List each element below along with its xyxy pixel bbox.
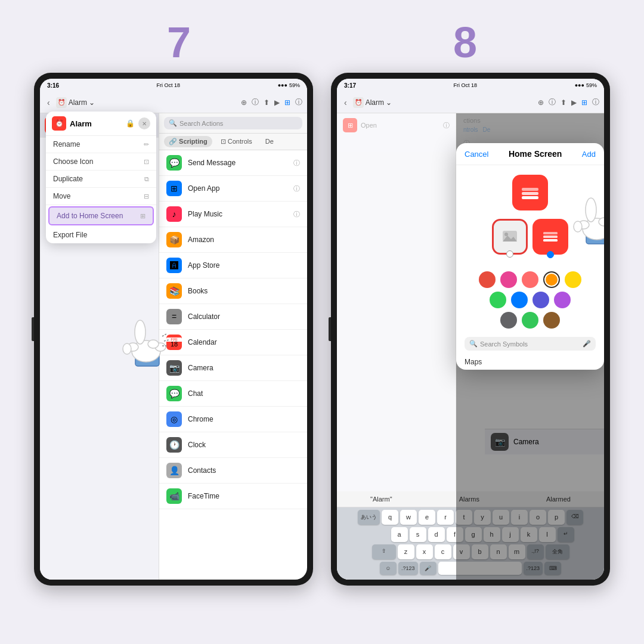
tab-de[interactable]: De: [261, 136, 278, 147]
action-play-music[interactable]: ♪ Play Music ⓘ: [159, 202, 307, 227]
icon-options-row: [492, 219, 568, 255]
modal-add-btn[interactable]: Add: [582, 150, 596, 159]
open-app-icon: ⊞: [166, 181, 182, 196]
cm-add-home[interactable]: Add to Home Screen ⊞: [48, 206, 154, 225]
color-purple[interactable]: [554, 292, 571, 308]
kb-r[interactable]: r: [437, 510, 454, 525]
kb-x[interactable]: x: [416, 544, 433, 559]
color-mint[interactable]: [522, 312, 538, 329]
cm-move[interactable]: Move ⊟: [46, 188, 156, 205]
date-8: Fri Oct 18: [454, 82, 478, 88]
nav-icon-4-8[interactable]: ▶: [571, 98, 577, 107]
play-music-label: Play Music: [188, 210, 222, 218]
kb-q[interactable]: q: [382, 510, 398, 525]
camera-icon-7: 📷: [166, 360, 182, 376]
modal-cancel-btn[interactable]: Cancel: [465, 150, 488, 159]
play-music-icon: ♪: [166, 206, 182, 222]
actions-search-area: 🔍 Search Actions: [159, 113, 307, 134]
modal-app-icon: [512, 175, 548, 210]
color-gray[interactable]: [500, 312, 517, 329]
modal-overlay-8: Cancel Home Screen Add: [456, 113, 604, 580]
search-box-7[interactable]: 🔍 Search Actions: [164, 117, 302, 129]
cm-close-btn[interactable]: ✕: [138, 117, 150, 129]
action-chrome[interactable]: ◎ Chrome: [159, 407, 307, 432]
kb-emoji-key[interactable]: ☺: [380, 562, 397, 575]
color-pink[interactable]: [500, 271, 517, 288]
nav-icon-6-7[interactable]: ⓘ: [295, 97, 302, 107]
color-yellow[interactable]: [565, 271, 581, 288]
action-clock[interactable]: 🕐 Clock: [159, 432, 307, 458]
nav-icon-3-8[interactable]: ⬆: [561, 98, 566, 107]
action-tabs-7: 🔗 Scripting ⊡ Controls De: [159, 134, 307, 150]
tab-scripting[interactable]: 🔗 Scripting: [164, 136, 212, 147]
action-app-store[interactable]: 🅰 App Store: [159, 253, 307, 278]
symbol-search-icon: 🔍: [469, 340, 478, 348]
kb-lang-key[interactable]: あいう: [358, 510, 380, 525]
books-icon: 📚: [166, 283, 182, 299]
nav-icon-1-7[interactable]: ⊕: [241, 98, 247, 107]
cm-export[interactable]: Export File: [46, 227, 156, 243]
kb-c[interactable]: c: [435, 544, 451, 559]
cm-duplicate[interactable]: Duplicate ⧉: [46, 171, 156, 188]
action-calculator[interactable]: = Calculator: [159, 304, 307, 330]
color-blue[interactable]: [511, 292, 528, 308]
calc-label: Calculator: [188, 312, 220, 321]
kb-mic-key[interactable]: 🎤: [420, 562, 436, 575]
action-facetime[interactable]: 📹 FaceTime: [159, 484, 307, 509]
nav-icon-4-7[interactable]: ▶: [274, 98, 280, 107]
action-camera[interactable]: 📷 Camera: [159, 355, 307, 381]
alarm-nav-icon-8: ⏰: [353, 97, 364, 108]
right-panel-7: 🔍 Search Actions 🔗 Scripting ⊡ Controls …: [159, 113, 307, 580]
back-btn-7[interactable]: ‹: [45, 97, 52, 109]
action-open-app[interactable]: ⊞ Open App ⓘ: [159, 176, 307, 202]
kb-w[interactable]: w: [400, 510, 417, 525]
photo-icon-selector[interactable]: [492, 219, 528, 255]
color-red[interactable]: [479, 271, 496, 288]
nav-icon-2-8[interactable]: ⓘ: [549, 97, 556, 107]
nav-bar-7: ‹ ⏰ Alarm ⌄ ⊕ ⓘ ⬆ ▶ ⊞ ⓘ: [40, 92, 307, 113]
suggestion-1[interactable]: "Alarm": [367, 494, 396, 504]
amazon-label: Amazon: [188, 236, 214, 244]
ipad-screen-step8: 3:17 Fri Oct 18 ●●● 59% ‹ ⏰ Alarm ⌄ ⊕ ⓘ: [337, 79, 604, 580]
cm-rename[interactable]: Rename ✏: [46, 136, 156, 153]
nav-icon-6-8[interactable]: ⓘ: [592, 97, 599, 107]
symbol-search[interactable]: 🔍 Search Symbols 🎤: [465, 337, 596, 351]
action-send-message[interactable]: 💬 Send Message ⓘ: [159, 150, 307, 176]
color-palette: [456, 264, 604, 333]
back-btn-8[interactable]: ‹: [342, 97, 349, 109]
kb-e[interactable]: e: [419, 510, 435, 525]
color-indigo[interactable]: [532, 292, 549, 308]
action-books[interactable]: 📚 Books: [159, 278, 307, 304]
date-7: Fri Oct 18: [157, 82, 181, 88]
kb-z[interactable]: z: [398, 544, 414, 559]
search-placeholder-7: Search Actions: [179, 120, 223, 127]
action-amazon[interactable]: 📦 Amazon: [159, 227, 307, 253]
action-calendar[interactable]: FRI 18 Calendar: [159, 330, 307, 355]
action-contacts[interactable]: 👤 Contacts: [159, 458, 307, 484]
kb-a[interactable]: a: [391, 527, 408, 542]
nav-icon-3-7[interactable]: ⬆: [264, 98, 270, 107]
action-chat[interactable]: 💬 Chat: [159, 381, 307, 407]
kb-shift[interactable]: ⇧: [372, 544, 396, 559]
alarm-dropdown-7: ⌄: [89, 98, 95, 107]
color-brown[interactable]: [543, 312, 560, 329]
svg-rect-10: [522, 188, 538, 191]
cm-choose-icon[interactable]: Choose Icon ⊡: [46, 153, 156, 171]
kb-d[interactable]: d: [428, 527, 445, 542]
wifi-icon-8: ●●●: [575, 82, 584, 88]
color-row-2: [465, 292, 596, 308]
color-green[interactable]: [490, 292, 506, 308]
nav-icon-5-8[interactable]: ⊞: [581, 98, 587, 107]
nav-icon-1-8[interactable]: ⊕: [538, 98, 544, 107]
stack-icon-selector[interactable]: [532, 219, 568, 255]
tab-controls[interactable]: ⊡ Controls: [216, 136, 257, 147]
ipad-screen-step7: 3:16 Fri Oct 18 ●●● 59% ‹ ⏰ Alarm ⌄ ⊕ ⓘ: [40, 79, 307, 580]
alarm-nav-label-8: Alarm: [366, 98, 384, 107]
color-salmon[interactable]: [522, 271, 538, 288]
kb-s[interactable]: s: [410, 527, 426, 542]
nav-icon-2-7[interactable]: ⓘ: [252, 97, 259, 107]
nav-icon-5-7[interactable]: ⊞: [284, 98, 290, 107]
stack-radio: [547, 251, 554, 258]
kb-num-key[interactable]: .?123: [398, 562, 418, 575]
color-orange[interactable]: [543, 271, 560, 288]
